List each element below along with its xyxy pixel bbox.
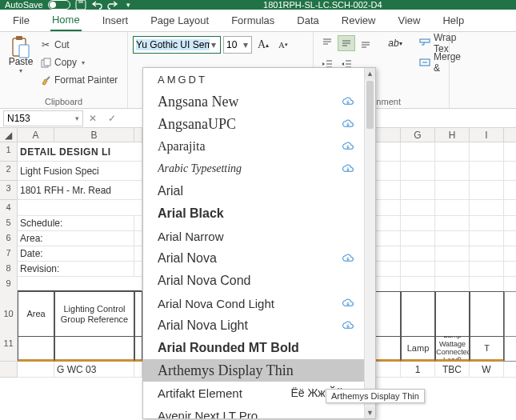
header-area[interactable]: Area bbox=[18, 291, 54, 337]
col-header-a[interactable]: A bbox=[18, 128, 54, 142]
cut-button[interactable]: ✂ Cut bbox=[40, 37, 118, 53]
name-box[interactable]: ▾ bbox=[3, 110, 83, 126]
col-header-g[interactable]: G bbox=[401, 128, 435, 142]
cell[interactable]: 1 bbox=[401, 362, 435, 378]
row-header[interactable]: 6 bbox=[0, 230, 18, 246]
autosave-toggle[interactable] bbox=[48, 0, 70, 10]
font-option[interactable]: AMGDT bbox=[143, 68, 364, 90]
font-list[interactable]: AMGDTAngsana NewAngsanaUPCAparajitaArabi… bbox=[143, 68, 364, 418]
merge-center-button[interactable]: Merge & bbox=[419, 54, 461, 70]
header-lamp[interactable] bbox=[401, 291, 435, 337]
font-option-label: Arial Nova Cond bbox=[158, 274, 251, 288]
font-option[interactable]: Arabic Typesetting bbox=[143, 158, 364, 180]
header-lampw[interactable] bbox=[435, 291, 470, 337]
header-t[interactable]: T bbox=[470, 336, 504, 362]
svg-rect-23 bbox=[420, 39, 430, 42]
tab-formulas[interactable]: Formulas bbox=[230, 9, 276, 31]
orientation-button[interactable]: ab▾ bbox=[382, 35, 408, 51]
row-header[interactable]: 9 bbox=[0, 276, 18, 292]
cell[interactable]: Revision: bbox=[18, 261, 134, 277]
col-header-i[interactable]: I bbox=[470, 128, 504, 142]
clipboard-group-label: Clipboard bbox=[5, 95, 122, 106]
chevron-down-icon[interactable]: ▾ bbox=[242, 39, 249, 50]
cell[interactable]: DETAIL DESIGN LI bbox=[18, 142, 142, 162]
row-header[interactable]: 10 bbox=[0, 291, 18, 337]
cell[interactable]: Date: bbox=[18, 246, 134, 262]
align-top-button[interactable] bbox=[318, 35, 336, 51]
font-size-input[interactable] bbox=[226, 39, 242, 50]
row-header[interactable]: 2 bbox=[0, 162, 18, 181]
tab-home[interactable]: Home bbox=[50, 9, 82, 31]
font-option[interactable]: Arial Black bbox=[143, 202, 364, 225]
scroll-thumb[interactable] bbox=[366, 81, 374, 129]
scrollbar[interactable]: ▲ ▼ bbox=[364, 68, 375, 418]
header-t[interactable] bbox=[470, 291, 504, 337]
cell[interactable]: 1801 RFH - Mr. Read bbox=[18, 181, 142, 200]
scroll-up-icon[interactable]: ▲ bbox=[365, 68, 375, 79]
row-header[interactable] bbox=[0, 362, 18, 378]
font-option[interactable]: Arial Nova Cond Light bbox=[143, 292, 364, 314]
enter-icon[interactable]: ✓ bbox=[102, 113, 122, 124]
scroll-down-icon[interactable]: ▼ bbox=[365, 407, 375, 418]
copy-button[interactable]: Copy ▾ bbox=[40, 54, 118, 70]
tab-data[interactable]: Data bbox=[295, 9, 320, 31]
row-header[interactable]: 5 bbox=[0, 215, 18, 231]
row-header[interactable]: 8 bbox=[0, 261, 18, 277]
row-header[interactable]: 3 bbox=[0, 181, 18, 200]
tab-review[interactable]: Review bbox=[340, 9, 378, 31]
cell[interactable]: Schedule: bbox=[18, 215, 134, 231]
decrease-font-button[interactable]: A▾ bbox=[274, 36, 292, 54]
cancel-icon[interactable]: ✕ bbox=[83, 113, 102, 124]
font-option[interactable]: Avenir Next LT Pro bbox=[143, 404, 364, 418]
cell[interactable]: Light Fusion Speci bbox=[18, 162, 142, 181]
font-option[interactable]: AngsanaUPC bbox=[143, 113, 364, 135]
cell[interactable]: G WC 03 bbox=[54, 362, 134, 378]
tab-file[interactable]: File bbox=[11, 9, 31, 31]
chevron-down-icon[interactable]: ▾ bbox=[210, 39, 218, 50]
format-painter-button[interactable]: Format Painter bbox=[40, 72, 118, 88]
row-header[interactable]: 4 bbox=[0, 200, 18, 216]
cell[interactable]: TBC bbox=[435, 362, 470, 378]
font-size-combo[interactable]: ▾ bbox=[223, 36, 252, 54]
svg-line-7 bbox=[46, 77, 50, 80]
font-option[interactable]: Arial Narrow bbox=[143, 225, 364, 247]
paste-icon bbox=[10, 35, 31, 56]
font-option[interactable]: Arial Nova Cond bbox=[143, 270, 364, 292]
font-option-label: Arial Black bbox=[158, 206, 224, 221]
cell[interactable]: Area: bbox=[18, 230, 134, 246]
font-option[interactable]: Aparajita bbox=[143, 135, 364, 158]
font-option[interactable]: Arial bbox=[143, 180, 364, 202]
format-painter-label: Format Painter bbox=[54, 74, 118, 86]
cloud-download-icon bbox=[342, 119, 354, 129]
font-option[interactable]: Arthemys Display Thin bbox=[143, 359, 364, 382]
row-header[interactable]: 7 bbox=[0, 246, 18, 262]
font-option[interactable]: Arial Rounded MT Bold bbox=[143, 337, 364, 359]
cell[interactable]: W bbox=[470, 362, 504, 378]
row-header[interactable]: 11 bbox=[0, 336, 18, 362]
font-option[interactable]: Arial Nova bbox=[143, 247, 364, 270]
select-all-corner[interactable]: ◢ bbox=[0, 128, 18, 142]
font-name-combo[interactable]: ▾ bbox=[133, 36, 221, 54]
font-option[interactable]: Angsana New bbox=[143, 90, 364, 113]
row-header[interactable]: 1 bbox=[0, 142, 18, 162]
header-lamp[interactable]: Lamp bbox=[401, 336, 435, 362]
increase-font-button[interactable]: A▴ bbox=[254, 36, 272, 54]
header-lcg[interactable]: Lighting Control Group Reference bbox=[54, 291, 134, 337]
tab-view[interactable]: View bbox=[396, 9, 422, 31]
align-bottom-button[interactable] bbox=[357, 35, 374, 51]
tab-insert[interactable]: Insert bbox=[101, 9, 130, 31]
font-option[interactable]: Arial Nova Light bbox=[143, 314, 364, 337]
tab-page-layout[interactable]: Page Layout bbox=[149, 9, 210, 31]
font-option-label: Arabic Typesetting bbox=[158, 162, 242, 175]
chevron-down-icon[interactable]: ▾ bbox=[75, 114, 79, 122]
col-header-b[interactable]: B bbox=[54, 128, 134, 142]
font-option-label: Arial bbox=[158, 184, 183, 198]
col-header-h[interactable]: H bbox=[435, 128, 470, 142]
wrap-text-button[interactable]: Wrap Tex bbox=[419, 35, 461, 51]
align-middle-button[interactable] bbox=[338, 35, 355, 51]
paste-button[interactable]: Paste ▾ bbox=[5, 35, 37, 95]
tab-help[interactable]: Help bbox=[441, 9, 466, 31]
font-name-input[interactable] bbox=[136, 39, 210, 50]
header-lampw[interactable]: Lamp Wattage (Connected Load) bbox=[435, 336, 470, 362]
name-box-input[interactable] bbox=[7, 113, 63, 124]
